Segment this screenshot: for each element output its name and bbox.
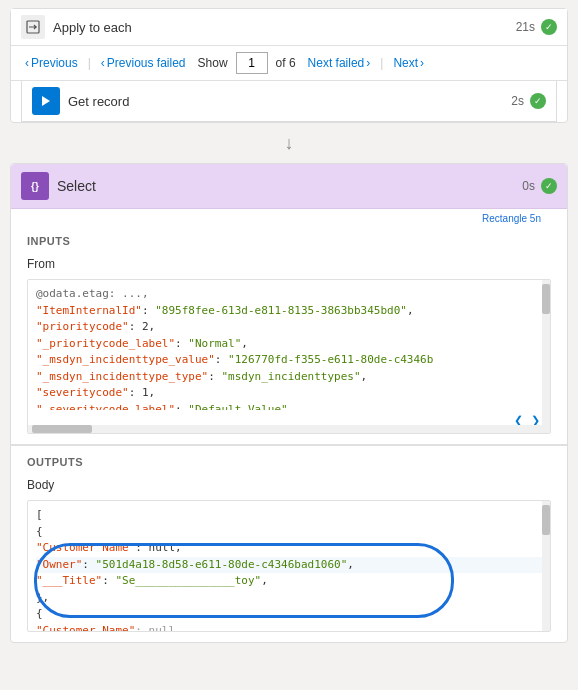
page-input[interactable] (236, 52, 268, 74)
arrow-connector: ↓ (0, 123, 578, 163)
navigation-row: ‹ Previous | ‹ Previous failed Show of 6… (11, 46, 567, 81)
outputs-scrollbar-thumb (542, 505, 550, 535)
svg-marker-1 (42, 96, 50, 106)
code-line: "_prioritycode_label": "Normal", (36, 336, 542, 353)
apply-to-each-time: 21s (516, 20, 535, 34)
vertical-scrollbar[interactable] (542, 280, 550, 433)
code-line: { (36, 524, 542, 541)
inputs-section-label: INPUTS (11, 225, 567, 253)
inputs-section: INPUTS From @odata.etag: ..., "ItemInter… (11, 225, 567, 434)
body-label: Body (11, 474, 567, 496)
loop-icon (21, 15, 45, 39)
show-label: Show (198, 56, 228, 70)
apply-to-each-container: Apply to each 21s ✓ ‹ Previous | ‹ Previ… (10, 8, 568, 123)
success-badge: ✓ (541, 19, 557, 35)
code-line: [ (36, 507, 542, 524)
get-record-success-badge: ✓ (530, 93, 546, 109)
chevron-left-icon: ‹ (25, 56, 29, 70)
from-label: From (11, 253, 567, 275)
h-scrollbar-thumb (32, 425, 92, 433)
inputs-code-box: @odata.etag: ..., "ItemInternalId": "895… (27, 279, 551, 434)
code-line: "_msdyn_incidenttype_type": "msdyn_incid… (36, 369, 542, 386)
down-arrow-icon: ↓ (285, 133, 294, 154)
apply-to-each-title: Apply to each (53, 20, 516, 35)
code-line: "_msdyn_incidenttype_value": "126770fd-f… (36, 352, 542, 369)
code-line: "___Title": "Se_______________toy", (36, 573, 542, 590)
code-line: "ItemInternalId": "895f8fee-613d-e811-81… (36, 303, 542, 320)
get-record-time: 2s (511, 94, 524, 108)
play-icon (32, 87, 60, 115)
code-line: "Owner": "501d4a18-8d58-e611-80de-c4346b… (36, 557, 542, 574)
code-line: { (36, 606, 542, 623)
select-success-badge: ✓ (541, 178, 557, 194)
horizontal-scrollbar[interactable] (28, 425, 542, 433)
get-record-title: Get record (68, 94, 511, 109)
select-title: Select (57, 178, 522, 194)
next-failed-button[interactable]: Next failed › (304, 54, 375, 72)
get-record-header: Get record 2s ✓ (21, 81, 557, 122)
outputs-section: OUTPUTS Body [ { "Customer Name": null, … (11, 445, 567, 632)
chevron-right-icon: › (366, 56, 370, 70)
outputs-code-box: [ { "Customer Name": null, "Owner": "501… (27, 500, 551, 632)
select-header: {} Select 0s ✓ (11, 164, 567, 209)
code-line: "_severitycode_label": "Default Value", (36, 402, 542, 411)
next-button[interactable]: Next › (389, 54, 428, 72)
code-line: "Customer Name": null, (36, 540, 542, 557)
code-line: "Customer Name": null (36, 623, 542, 632)
outputs-code-content[interactable]: [ { "Customer Name": null, "Owner": "501… (28, 501, 550, 631)
rect-label-row: Rectangle 5n (11, 209, 567, 225)
of-total: of 6 (276, 56, 296, 70)
code-line: @odata.etag: ..., (36, 286, 542, 303)
apply-to-each-header: Apply to each 21s ✓ (11, 9, 567, 46)
rect-label: Rectangle 5n (482, 213, 541, 224)
code-line: }, (36, 590, 542, 607)
curly-icon: {} (21, 172, 49, 200)
outputs-section-label: OUTPUTS (11, 446, 567, 474)
inputs-code-content[interactable]: @odata.etag: ..., "ItemInternalId": "895… (28, 280, 550, 410)
code-line: "severitycode": 1, (36, 385, 542, 402)
previous-failed-button[interactable]: ‹ Previous failed (97, 54, 190, 72)
chevron-right-icon-2: › (420, 56, 424, 70)
scrollbar-thumb (542, 284, 550, 314)
code-line: "prioritycode": 2, (36, 319, 542, 336)
previous-button[interactable]: ‹ Previous (21, 54, 82, 72)
select-time: 0s (522, 179, 535, 193)
select-container: {} Select 0s ✓ Rectangle 5n INPUTS From … (10, 163, 568, 643)
outputs-vertical-scrollbar[interactable] (542, 501, 550, 631)
chevron-left-icon-2: ‹ (101, 56, 105, 70)
